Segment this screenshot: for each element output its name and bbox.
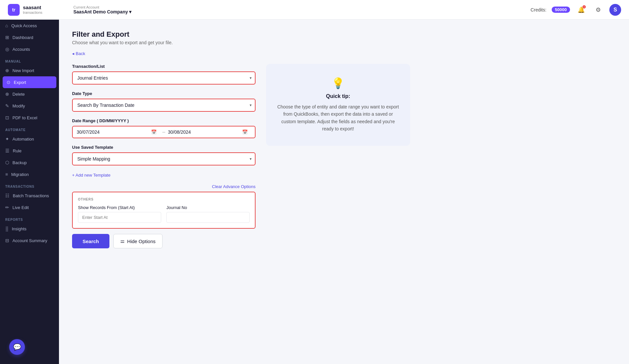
add-template-link[interactable]: + Add new Template <box>72 173 110 178</box>
batch-icon: ☷ <box>5 193 10 198</box>
account-name[interactable]: SaasAnt Demo Company ▾ <box>73 9 131 14</box>
sidebar-item-live-edit[interactable]: ✏ Live Edit <box>0 201 59 213</box>
new-import-icon: ⊕ <box>5 68 9 73</box>
date-type-label: Date Type <box>72 91 256 96</box>
start-at-input[interactable] <box>78 212 161 223</box>
others-section-label: OTHERS <box>78 198 250 201</box>
sidebar-item-label: Dashboard <box>12 35 33 40</box>
journal-no-input[interactable] <box>166 212 250 223</box>
transaction-list-select[interactable]: Journal Entries Invoices Bills Payments … <box>72 71 256 85</box>
main-content: Filter and Export Choose what you want t… <box>59 20 629 364</box>
settings-button[interactable]: ⚙ <box>592 4 604 16</box>
sidebar-section-automate: AUTOMATE <box>0 124 59 133</box>
pdf-icon: ⊡ <box>5 115 9 120</box>
sidebar-item-new-import[interactable]: ⊕ New Import <box>0 65 59 76</box>
insights-icon: ⣿ <box>5 226 9 231</box>
rule-icon: ☰ <box>5 148 10 153</box>
lightbulb-icon: 💡 <box>276 77 400 89</box>
sidebar-item-dashboard[interactable]: ⊞ Dashboard <box>0 31 59 43</box>
date-from-input[interactable] <box>77 129 123 135</box>
sidebar-item-label: Delete <box>12 92 25 97</box>
sidebar-item-account-summary[interactable]: ⊟ Account Summary <box>0 235 59 246</box>
header-right: Credits: 50000 🔔 1 ⚙ S <box>531 4 621 16</box>
user-avatar-button[interactable]: S <box>609 4 621 16</box>
credits-label: Credits: <box>531 7 546 12</box>
date-range-label: Date Range ( DD/MM/YYYY ) <box>72 118 256 123</box>
logo-area: tr saasant transactions <box>8 4 67 16</box>
layout: ⌂ Quick Access ⊞ Dashboard ◎ Accounts MA… <box>0 20 629 364</box>
sidebar-item-rule[interactable]: ☰ Rule <box>0 145 59 157</box>
delete-icon: ⊗ <box>5 91 9 97</box>
saved-template-label: Use Saved Template <box>72 145 256 150</box>
hide-options-button[interactable]: ⚌ Hide Options <box>113 234 162 248</box>
date-range-group: Date Range ( DD/MM/YYYY ) 📅 – 📅 <box>72 118 256 138</box>
chat-button[interactable]: 💬 <box>9 339 25 355</box>
sidebar-section-transactions: TRANSACTIONS <box>0 180 59 190</box>
home-icon: ⌂ <box>5 23 8 28</box>
sidebar-item-label: Export <box>14 80 26 85</box>
clear-options-link[interactable]: Clear Advance Options <box>72 184 256 189</box>
quick-tip-title: Quick tip: <box>276 93 400 99</box>
live-edit-icon: ✏ <box>5 205 9 210</box>
sidebar-item-quick-access[interactable]: ⌂ Quick Access <box>0 20 59 31</box>
back-link[interactable]: ◂ Back <box>72 51 85 56</box>
chat-bubble-icon: 💬 <box>13 343 21 351</box>
sidebar-section-manual: MANUAL <box>0 55 59 65</box>
sidebar-item-insights[interactable]: ⣿ Insights <box>0 223 59 235</box>
sidebar-section-reports: REPORTS <box>0 213 59 223</box>
credits-badge: 50000 <box>552 7 570 13</box>
summary-icon: ⊟ <box>5 238 9 243</box>
page-subtitle: Choose what you want to export and get y… <box>72 40 616 45</box>
date-separator: – <box>162 129 165 135</box>
sidebar-item-export[interactable]: ⊙ Export <box>3 76 56 88</box>
show-records-label: Show Records From (Start At) <box>78 205 161 210</box>
current-account-label: Current Account <box>73 5 131 9</box>
sidebar-item-label: Quick Access <box>11 23 37 28</box>
date-to-input[interactable] <box>168 129 214 135</box>
search-button[interactable]: Search <box>72 234 109 248</box>
notification-badge: 1 <box>582 5 586 9</box>
chevron-down-icon: ▾ <box>129 9 131 14</box>
sidebar-item-backup[interactable]: ⬡ Backup <box>0 157 59 168</box>
sidebar-item-label: Insights <box>12 226 27 231</box>
sidebar-item-pdf-to-excel[interactable]: ⊡ PDF to Excel <box>0 112 59 124</box>
export-icon: ⊙ <box>7 80 10 85</box>
notifications-button[interactable]: 🔔 1 <box>575 4 587 16</box>
sidebar-item-migration[interactable]: ≡ Migration <box>0 168 59 180</box>
date-type-group: Date Type Search By Transaction Date Sea… <box>72 91 256 112</box>
sidebar-item-accounts[interactable]: ◎ Accounts <box>0 43 59 55</box>
sidebar-item-label: Rule <box>13 148 22 153</box>
quick-tip-text: Choose the type of entity and date range… <box>276 103 400 133</box>
sliders-icon: ⚌ <box>120 238 124 244</box>
sidebar-item-label: Account Summary <box>12 238 47 243</box>
others-box: OTHERS Show Records From (Start At) Jour… <box>72 192 256 229</box>
date-to-wrapper: 📅 <box>168 129 251 135</box>
accounts-icon: ◎ <box>5 47 9 52</box>
page-title: Filter and Export <box>72 30 616 39</box>
date-type-wrapper: Search By Transaction Date Search By Cre… <box>72 99 256 112</box>
dashboard-icon: ⊞ <box>5 35 9 40</box>
chevron-left-icon: ◂ <box>72 51 74 56</box>
sidebar-item-label: Migration <box>11 172 29 177</box>
logo-name: saasant <box>23 5 42 10</box>
date-range-container: 📅 – 📅 <box>72 126 256 138</box>
show-records-col: Show Records From (Start At) <box>78 205 161 223</box>
clear-options-wrapper: Clear Advance Options <box>72 184 256 189</box>
sidebar-item-label: Backup <box>12 160 27 165</box>
calendar-from-icon: 📅 <box>151 129 157 135</box>
saved-template-group: Use Saved Template Simple Mapping Defaul… <box>72 145 256 165</box>
backup-icon: ⬡ <box>5 160 9 165</box>
migration-icon: ≡ <box>5 172 8 177</box>
transaction-list-wrapper: Journal Entries Invoices Bills Payments … <box>72 71 256 85</box>
saved-template-select[interactable]: Simple Mapping Default Custom Template <box>72 152 256 165</box>
sidebar-item-delete[interactable]: ⊗ Delete <box>0 88 59 100</box>
sidebar-item-automation[interactable]: ✦ Automation <box>0 133 59 145</box>
sidebar-item-modify[interactable]: ✎ Modify <box>0 100 59 112</box>
date-type-select[interactable]: Search By Transaction Date Search By Cre… <box>72 99 256 112</box>
saved-template-wrapper: Simple Mapping Default Custom Template <box>72 152 256 165</box>
journal-no-label: Journal No <box>166 205 250 210</box>
transaction-list-label: Transaction/List <box>72 64 256 69</box>
calendar-to-icon: 📅 <box>242 129 248 135</box>
sidebar-item-batch-transactions[interactable]: ☷ Batch Transactions <box>0 190 59 201</box>
sidebar-item-label: Automation <box>12 137 34 142</box>
